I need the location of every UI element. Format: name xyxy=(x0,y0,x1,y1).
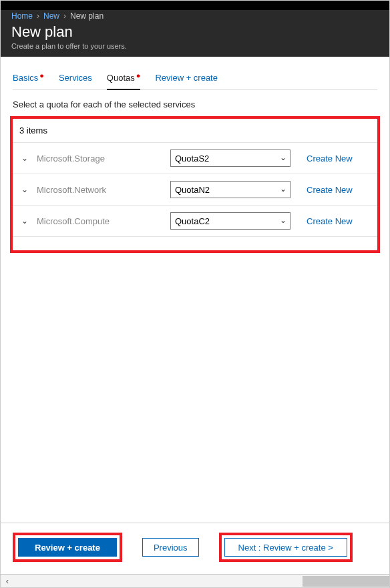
breadcrumb: Home › New › New plan xyxy=(11,10,379,21)
review-create-button[interactable]: Review + create xyxy=(18,538,117,557)
tabs: Basics● Services Quotas● Review + create xyxy=(13,70,377,90)
highlight-box: Review + create xyxy=(13,533,122,562)
previous-button[interactable]: Previous xyxy=(142,538,199,557)
tab-review[interactable]: Review + create xyxy=(155,70,218,89)
quota-select-storage[interactable]: QuotaS2 xyxy=(170,150,290,167)
create-new-link[interactable]: Create New xyxy=(307,154,353,164)
chevron-right-icon: › xyxy=(63,11,66,21)
instruction-text: Select a quota for each of the selected … xyxy=(13,99,377,109)
chevron-right-icon: › xyxy=(37,11,39,21)
footer: Review + create Previous Next : Review +… xyxy=(1,523,389,574)
window: Home › New › New plan New plan Create a … xyxy=(0,0,390,588)
highlight-box: Next : Review + create > xyxy=(219,533,353,562)
create-new-link[interactable]: Create New xyxy=(307,185,353,195)
quota-select-network[interactable]: QuotaN2 xyxy=(170,181,290,198)
quota-row: ⌄ Microsoft.Storage QuotaS2 ⌄ Create New xyxy=(13,142,377,174)
chevron-down-icon[interactable]: ⌄ xyxy=(19,154,30,163)
create-new-link[interactable]: Create New xyxy=(307,216,353,226)
horizontal-scrollbar[interactable]: ‹ xyxy=(1,574,389,587)
service-name: Microsoft.Network xyxy=(37,185,164,195)
scroll-thumb[interactable] xyxy=(303,576,389,587)
dot-icon: ● xyxy=(136,71,141,79)
quota-row: ⌄ Microsoft.Compute QuotaC2 ⌄ Create New xyxy=(13,205,377,237)
service-name: Microsoft.Compute xyxy=(37,216,164,226)
quota-row: ⌄ Microsoft.Network QuotaN2 ⌄ Create New xyxy=(13,174,377,205)
breadcrumb-new[interactable]: New xyxy=(43,11,59,21)
topbar xyxy=(1,1,389,10)
tab-services[interactable]: Services xyxy=(59,70,92,89)
tab-quotas[interactable]: Quotas● xyxy=(107,70,141,89)
page-title: New plan xyxy=(11,23,379,41)
tab-basics[interactable]: Basics● xyxy=(13,70,44,89)
next-button[interactable]: Next : Review + create > xyxy=(224,538,347,557)
header: Home › New › New plan New plan Create a … xyxy=(1,10,389,57)
highlight-box: 3 items ⌄ Microsoft.Storage QuotaS2 ⌄ Cr… xyxy=(10,116,380,253)
content: Basics● Services Quotas● Review + create… xyxy=(1,57,389,523)
breadcrumb-current: New plan xyxy=(70,11,104,21)
dot-icon: ● xyxy=(39,71,44,79)
breadcrumb-home[interactable]: Home xyxy=(11,11,33,21)
chevron-down-icon[interactable]: ⌄ xyxy=(19,185,30,194)
page-subtitle: Create a plan to offer to your users. xyxy=(11,42,379,50)
quota-select-compute[interactable]: QuotaC2 xyxy=(170,212,290,230)
chevron-down-icon[interactable]: ⌄ xyxy=(19,216,30,226)
service-name: Microsoft.Storage xyxy=(37,154,164,164)
item-count: 3 items xyxy=(13,121,377,142)
scroll-left-icon[interactable]: ‹ xyxy=(1,576,14,586)
